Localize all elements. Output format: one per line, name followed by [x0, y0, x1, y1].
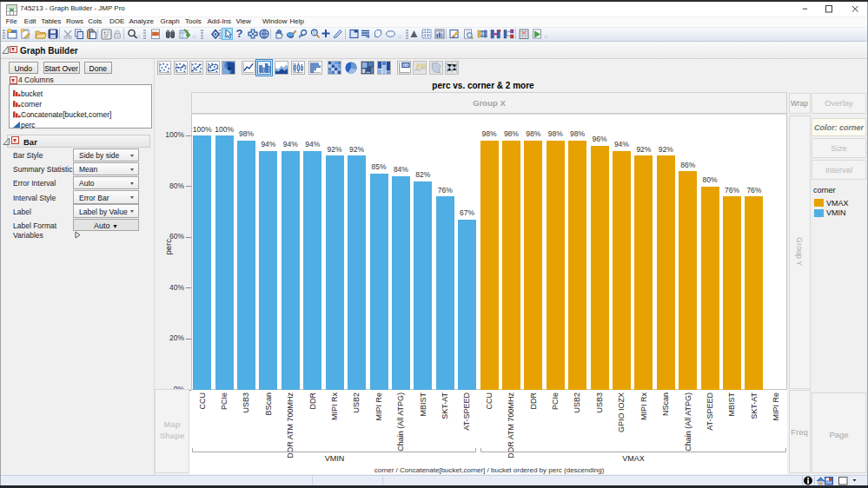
- svg-text:f(θ): f(θ): [416, 63, 427, 70]
